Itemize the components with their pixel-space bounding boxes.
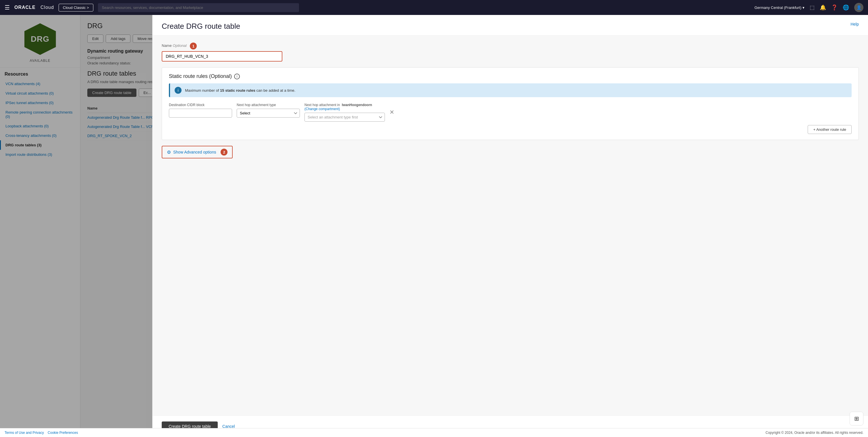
globe-icon[interactable]: 🌐 bbox=[843, 4, 849, 11]
name-form-group: Name Optional 1 bbox=[162, 42, 859, 61]
cloud-classic-label: Cloud Classic > bbox=[63, 5, 89, 10]
user-avatar[interactable]: 👤 bbox=[854, 3, 863, 12]
panel-body: Name Optional 1 Static route rules (Opti… bbox=[153, 36, 868, 415]
next-hop-label-text: Next hop attachment in bbox=[305, 103, 340, 107]
remove-rule-button[interactable]: ✕ bbox=[390, 109, 394, 116]
change-compartment-link[interactable]: (Change compartment) bbox=[305, 107, 340, 111]
hamburger-icon[interactable]: ☰ bbox=[5, 4, 10, 11]
dest-cidr-input[interactable] bbox=[169, 109, 232, 118]
bottom-footer: Terms of Use and Privacy Cookie Preferen… bbox=[0, 428, 868, 437]
help-icon[interactable]: ❓ bbox=[831, 4, 838, 11]
oracle-text: ORACLE bbox=[14, 5, 36, 10]
footer-right: Copyright © 2024, Oracle and/or its affi… bbox=[766, 431, 863, 435]
notifications-icon[interactable]: 🔔 bbox=[820, 4, 826, 11]
compartment-name-text: IwanHoogendoorn bbox=[342, 103, 372, 107]
oracle-logo: ORACLE Cloud bbox=[14, 5, 54, 10]
terms-link[interactable]: Terms of Use and Privacy bbox=[5, 431, 44, 435]
cloud-text: Cloud bbox=[40, 5, 54, 10]
next-hop-attachment-label: Next hop attachment in IwanHoogendoorn (… bbox=[305, 103, 385, 111]
name-input[interactable] bbox=[162, 51, 282, 61]
info-icon[interactable]: i bbox=[234, 74, 240, 79]
name-label-text: Name bbox=[162, 43, 172, 48]
devtools-icon[interactable]: ⬚ bbox=[810, 4, 814, 11]
optional-text: Optional bbox=[173, 43, 186, 48]
nav-right-icons: Germany Central (Frankfurt) ▾ ⬚ 🔔 ❓ 🌐 👤 bbox=[754, 3, 863, 12]
route-rule-row: Destination CIDR block Next hop attachme… bbox=[169, 103, 851, 122]
footer-left: Terms of Use and Privacy Cookie Preferen… bbox=[5, 431, 78, 435]
next-hop-type-label: Next hop attachment type bbox=[237, 103, 300, 107]
static-route-rules-title: Static route rules (Optional) i bbox=[169, 73, 851, 79]
another-route-rule-button[interactable]: + Another route rule bbox=[808, 125, 851, 134]
advanced-options-icon: ⚙ bbox=[167, 149, 171, 155]
region-selector[interactable]: Germany Central (Frankfurt) ▾ bbox=[754, 5, 805, 10]
panel-header: Create DRG route table Help bbox=[153, 15, 868, 36]
attachment-select[interactable]: Select an attachment type first bbox=[305, 113, 385, 122]
show-advanced-options[interactable]: ⚙ Show Advanced options 2 bbox=[162, 146, 232, 158]
dest-cidr-col: Destination CIDR block bbox=[169, 103, 232, 118]
top-navigation: ☰ ORACLE Cloud Cloud Classic > Germany C… bbox=[0, 0, 868, 15]
step2-badge: 2 bbox=[221, 149, 227, 155]
next-hop-type-select[interactable]: Select bbox=[237, 109, 300, 118]
step1-badge: 1 bbox=[190, 42, 197, 50]
info-banner-text: Maximum number of 15 static route rules … bbox=[185, 88, 295, 93]
cloud-classic-button[interactable]: Cloud Classic > bbox=[59, 4, 93, 11]
info-banner: i Maximum number of 15 static route rule… bbox=[169, 83, 851, 97]
static-rules-label: Static route rules (Optional) bbox=[169, 73, 232, 79]
name-label: Name Optional 1 bbox=[162, 42, 859, 50]
cookie-link[interactable]: Cookie Preferences bbox=[48, 431, 78, 435]
next-hop-type-col: Next hop attachment type Select bbox=[237, 103, 300, 118]
show-advanced-label: Show Advanced options bbox=[173, 150, 216, 154]
create-drg-route-table-panel: Create DRG route table Help Name Optiona… bbox=[152, 15, 868, 437]
next-hop-attachment-col: Next hop attachment in IwanHoogendoorn (… bbox=[305, 103, 385, 122]
dest-cidr-label: Destination CIDR block bbox=[169, 103, 232, 107]
help-link[interactable]: Help bbox=[850, 22, 859, 26]
region-label: Germany Central (Frankfurt) bbox=[754, 5, 801, 10]
static-route-rules-section: Static route rules (Optional) i i Maximu… bbox=[162, 67, 859, 140]
help-float-icon: ⊞ bbox=[854, 415, 859, 422]
region-chevron-icon: ▾ bbox=[803, 5, 805, 10]
help-float-button[interactable]: ⊞ bbox=[849, 412, 863, 426]
search-input[interactable] bbox=[98, 3, 299, 12]
info-banner-icon: i bbox=[175, 87, 182, 94]
panel-title: Create DRG route table bbox=[162, 22, 240, 31]
another-route-container: + Another route rule bbox=[169, 125, 851, 134]
